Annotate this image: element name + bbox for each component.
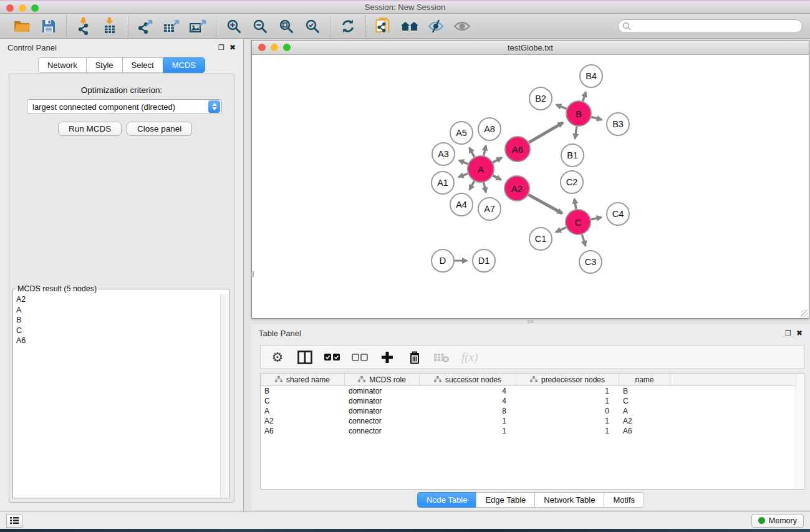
mcds-result-list[interactable]: A2ABCA6 xyxy=(14,294,219,497)
tab-node-table[interactable]: Node Table xyxy=(417,492,476,508)
node-C[interactable]: C xyxy=(566,210,591,235)
node-A3[interactable]: A3 xyxy=(432,143,455,165)
hide-panel-icon[interactable] xyxy=(426,17,446,36)
network-minimize-traffic-light[interactable] xyxy=(271,44,278,51)
edge-A-A7[interactable] xyxy=(484,182,486,192)
edge-C-C3[interactable] xyxy=(582,235,586,246)
cell-predecessor-nodes[interactable]: 1 xyxy=(516,397,619,405)
network-graph[interactable]: AA1A2A3A4A5A6A7A8BB1B2B3B4CC1C2C3C4DD1 xyxy=(252,55,809,318)
cell-shared-name[interactable]: A6 xyxy=(261,427,345,435)
cell-name[interactable]: B xyxy=(619,387,670,395)
import-network-icon[interactable] xyxy=(74,17,94,36)
table-scrollbar[interactable] xyxy=(796,374,804,489)
cell-shared-name[interactable]: C xyxy=(261,397,345,405)
edge-A2-C[interactable] xyxy=(528,195,562,213)
node-A[interactable]: A xyxy=(468,156,494,182)
node-A2[interactable]: A2 xyxy=(504,176,529,201)
table-row[interactable]: Bdominator41B xyxy=(261,386,804,396)
zoom-selected-icon[interactable] xyxy=(302,17,322,36)
tab-select[interactable]: Select xyxy=(122,57,163,73)
edge-A-A8[interactable] xyxy=(484,145,486,155)
export-table-icon[interactable] xyxy=(162,17,182,36)
table-row[interactable]: A2connector11A2 xyxy=(261,416,804,426)
zoom-in-icon[interactable] xyxy=(224,17,244,36)
cell-MCDS-role[interactable]: dominator xyxy=(345,407,420,415)
node-D1[interactable]: D1 xyxy=(473,249,495,272)
export-network-icon[interactable] xyxy=(136,17,156,36)
node-A5[interactable]: A5 xyxy=(450,122,473,144)
tab-style[interactable]: Style xyxy=(86,57,122,73)
save-session-icon[interactable] xyxy=(39,17,59,36)
node-B[interactable]: B xyxy=(566,101,591,126)
cell-successor-nodes[interactable]: 4 xyxy=(420,397,516,405)
cell-name[interactable]: A xyxy=(619,407,670,415)
task-history-button[interactable] xyxy=(6,514,22,528)
cell-shared-name[interactable]: B xyxy=(261,387,345,395)
node-A7[interactable]: A7 xyxy=(478,198,501,220)
export-image-icon[interactable] xyxy=(188,17,208,36)
result-list-item[interactable]: A2 xyxy=(14,294,219,305)
node-B1[interactable]: B1 xyxy=(561,144,584,167)
node-A1[interactable]: A1 xyxy=(432,172,454,194)
edge-B-B3[interactable] xyxy=(591,117,602,119)
column-header-MCDS-role[interactable]: MCDS role xyxy=(345,374,420,386)
cell-successor-nodes[interactable]: 1 xyxy=(420,427,516,435)
import-table-icon[interactable] xyxy=(100,17,120,36)
node-C4[interactable]: C4 xyxy=(607,203,629,225)
zoom-out-icon[interactable] xyxy=(250,17,270,36)
node-D[interactable]: D xyxy=(432,249,454,272)
eye-icon[interactable] xyxy=(452,17,472,36)
result-list-item[interactable]: C xyxy=(14,326,219,336)
criterion-dropdown[interactable]: largest connected component (directed) xyxy=(27,99,222,114)
columns-icon[interactable] xyxy=(297,349,313,366)
tab-network[interactable]: Network xyxy=(38,57,86,73)
result-list-item[interactable]: A6 xyxy=(14,336,219,346)
tab-network-table[interactable]: Network Table xyxy=(534,492,604,508)
edge-A-A5[interactable] xyxy=(470,148,475,157)
edge-A-A6[interactable] xyxy=(493,158,501,163)
result-scrollbar[interactable] xyxy=(220,294,228,497)
cell-predecessor-nodes[interactable]: 1 xyxy=(516,417,619,425)
refresh-icon[interactable] xyxy=(338,17,358,36)
table-settings-icon[interactable]: ⚙ xyxy=(269,349,286,366)
table-close-panel-icon[interactable]: ✖ xyxy=(796,329,803,337)
select-all-icon[interactable] xyxy=(324,349,340,366)
node-A8[interactable]: A8 xyxy=(478,118,501,140)
edge-A-A2[interactable] xyxy=(493,175,501,180)
node-A6[interactable]: A6 xyxy=(505,137,530,162)
zoom-fit-icon[interactable] xyxy=(276,17,296,36)
cell-predecessor-nodes[interactable]: 1 xyxy=(516,427,619,435)
tab-motifs[interactable]: Motifs xyxy=(604,492,644,508)
cell-MCDS-role[interactable]: dominator xyxy=(345,387,420,395)
cell-MCDS-role[interactable]: dominator xyxy=(345,397,420,405)
close-panel-icon[interactable]: ✖ xyxy=(229,44,236,51)
tab-edge-table[interactable]: Edge Table xyxy=(476,492,534,508)
cell-shared-name[interactable]: A xyxy=(261,407,345,415)
edge-B-B1[interactable] xyxy=(575,127,577,139)
cell-name[interactable]: A2 xyxy=(619,417,670,425)
edge-B-B4[interactable] xyxy=(583,92,586,101)
canvas-left-handle[interactable] xyxy=(251,271,254,277)
network-canvas[interactable]: AA1A2A3A4A5A6A7A8BB1B2B3B4CC1C2C3C4DD1 xyxy=(252,55,809,318)
node-B4[interactable]: B4 xyxy=(580,65,602,87)
close-panel-button[interactable]: Close panel xyxy=(127,122,192,136)
cell-MCDS-role[interactable]: connector xyxy=(345,417,420,425)
node-C2[interactable]: C2 xyxy=(561,171,583,193)
edge-B-B2[interactable] xyxy=(556,105,566,109)
network-file-icon[interactable] xyxy=(374,17,393,36)
edge-A-A4[interactable] xyxy=(470,181,475,190)
node-B3[interactable]: B3 xyxy=(607,113,629,135)
table-row[interactable]: A6connector11A6 xyxy=(261,426,804,436)
cell-predecessor-nodes[interactable]: 1 xyxy=(516,387,619,395)
network-window-titlebar[interactable]: testGlobe.txt xyxy=(252,41,809,55)
node-A4[interactable]: A4 xyxy=(450,193,473,216)
column-header-shared-name[interactable]: shared name xyxy=(261,374,345,386)
network-maximize-traffic-light[interactable] xyxy=(283,44,291,51)
split-pane-handle[interactable] xyxy=(528,320,533,323)
search-input[interactable] xyxy=(618,19,803,33)
edge-A-A3[interactable] xyxy=(459,160,468,164)
cell-successor-nodes[interactable]: 1 xyxy=(420,417,516,425)
table-row[interactable]: Cdominator41C xyxy=(261,396,804,406)
cell-MCDS-role[interactable]: connector xyxy=(345,427,420,435)
node-B2[interactable]: B2 xyxy=(529,87,552,110)
